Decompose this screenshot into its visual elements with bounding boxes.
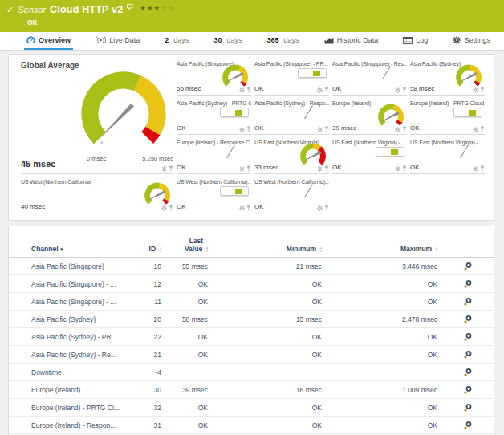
channel-tile[interactable]: Asia Pacific (Singapore)55 msec bbox=[177, 59, 251, 96]
gear-icon[interactable] bbox=[473, 166, 478, 172]
tab-30-days[interactable]: 30days bbox=[211, 32, 244, 50]
gear-icon[interactable] bbox=[317, 166, 323, 172]
gear-icon[interactable] bbox=[395, 166, 400, 172]
cell-minimum: OK bbox=[208, 298, 322, 306]
pin-icon[interactable] bbox=[402, 126, 407, 132]
column-header-id[interactable]: ID ▴▾ bbox=[137, 245, 161, 253]
gear-icon[interactable] bbox=[239, 127, 245, 132]
lookup-state-bar bbox=[298, 68, 327, 78]
edit-channel-icon[interactable] bbox=[463, 388, 473, 396]
column-header-last[interactable]: LastValue ▴▾ bbox=[161, 237, 208, 253]
edit-channel-icon[interactable] bbox=[463, 353, 473, 361]
gear-icon[interactable] bbox=[239, 87, 245, 93]
channel-tile[interactable]: Europe (Ireland) - Response C...OK bbox=[177, 138, 251, 174]
edit-channel-icon[interactable] bbox=[463, 371, 473, 379]
sort-icon: ▴▾ bbox=[435, 246, 437, 252]
pin-icon[interactable] bbox=[480, 87, 485, 93]
cell-maximum: OK bbox=[322, 421, 437, 429]
gear-icon[interactable] bbox=[317, 87, 323, 93]
gear-icon[interactable] bbox=[161, 166, 167, 172]
tab-365-days[interactable]: 365days bbox=[265, 32, 302, 50]
gear-icon[interactable] bbox=[239, 205, 245, 211]
pin-icon[interactable] bbox=[324, 87, 329, 93]
global-average-tile[interactable]: Global Average × 0 msec 5.250 msec 45 ms… bbox=[21, 59, 173, 174]
edit-channel-icon[interactable] bbox=[463, 300, 473, 308]
edit-channel-icon[interactable] bbox=[463, 424, 473, 432]
gear-icon[interactable] bbox=[317, 127, 323, 132]
edit-channel-icon[interactable] bbox=[463, 406, 473, 414]
pin-icon[interactable] bbox=[246, 205, 251, 211]
cell-channel: Asia Pacific (Singapore) - ... bbox=[31, 298, 137, 306]
edit-channel-icon[interactable] bbox=[463, 265, 473, 273]
cell-last-value: OK bbox=[161, 351, 208, 359]
gear-icon[interactable] bbox=[395, 87, 400, 93]
gear-icon[interactable] bbox=[395, 127, 400, 132]
gear-icon[interactable] bbox=[161, 205, 167, 211]
tab-settings[interactable]: Settings bbox=[450, 32, 493, 50]
pin-icon[interactable] bbox=[480, 165, 485, 172]
cell-channel: Europe (Ireland) - PRTG Cl... bbox=[31, 404, 137, 412]
sensor-header: ✓ Sensor Cloud HTTP v2 ★★★☆☆ OK bbox=[0, 0, 504, 32]
channel-value: 39 msec bbox=[332, 124, 356, 132]
channel-tile[interactable]: Asia Pacific (Sydney)58 msec bbox=[410, 59, 485, 96]
sensor-type-label: Sensor bbox=[18, 5, 46, 14]
pin-icon[interactable] bbox=[246, 87, 251, 93]
channel-tile[interactable]: Europe (Ireland)39 msec bbox=[332, 99, 407, 135]
cell-minimum: OK bbox=[208, 333, 322, 341]
channel-row: Asia Pacific (Sydney) - PR...22OKOKOK bbox=[9, 328, 494, 346]
table-header: Channel ▾ID ▴▾LastValue ▴▾Minimum ▴▾Maxi… bbox=[9, 226, 494, 258]
pin-icon[interactable] bbox=[246, 126, 251, 132]
pin-icon[interactable] bbox=[246, 165, 251, 172]
column-header-min[interactable]: Minimum ▴▾ bbox=[208, 245, 322, 253]
channel-tile[interactable]: US West (Northern California)...OK bbox=[254, 177, 329, 213]
tab-log[interactable]: Log bbox=[400, 32, 430, 50]
channel-needle bbox=[299, 181, 319, 201]
channel-tile[interactable]: Asia Pacific (Sydney) - PRTG G...OK bbox=[177, 99, 251, 135]
pin-icon[interactable] bbox=[324, 126, 329, 132]
channel-tile[interactable]: Asia Pacific (Singapore) - Res...OK bbox=[332, 59, 407, 96]
channel-tile[interactable]: US West (Northern California)40 msec bbox=[21, 177, 173, 213]
tab-2-days[interactable]: 2days bbox=[162, 32, 191, 50]
tab-live-data[interactable]: Live Data bbox=[93, 32, 142, 50]
column-header-channel[interactable]: Channel ▾ bbox=[31, 245, 137, 253]
channel-label: US East (Northern Virginia) - ... bbox=[332, 138, 407, 146]
cell-maximum: 1.009 msec bbox=[322, 386, 437, 394]
cell-channel: Asia Pacific (Singapore) bbox=[31, 262, 137, 270]
lookup-state-bar bbox=[220, 108, 249, 117]
channel-tile[interactable]: US West (Northern California)...OK bbox=[177, 177, 251, 213]
pin-icon[interactable] bbox=[402, 165, 407, 172]
channel-tile[interactable]: US East (Northern Virginia)33 msec bbox=[254, 138, 329, 174]
pin-icon[interactable] bbox=[480, 126, 485, 132]
global-average-gauge: × bbox=[79, 71, 169, 148]
tab-overview[interactable]: Overview bbox=[24, 32, 73, 50]
edit-channel-icon[interactable] bbox=[463, 283, 473, 291]
channel-tile[interactable]: US East (Northern Virginia) - ...OK bbox=[332, 138, 407, 174]
gauge-scale-max: 5.250 msec bbox=[142, 155, 173, 162]
pin-icon[interactable] bbox=[324, 205, 329, 211]
pin-icon[interactable] bbox=[169, 165, 173, 172]
gear-icon[interactable] bbox=[239, 166, 245, 172]
priority-stars[interactable]: ★★★☆☆ bbox=[140, 4, 174, 12]
pin-icon[interactable] bbox=[324, 165, 329, 172]
gear-icon[interactable] bbox=[317, 205, 323, 211]
channel-tile[interactable]: Asia Pacific (Sydney) - Respo...OK bbox=[254, 99, 329, 135]
column-header-max[interactable]: Maximum ▴▾ bbox=[322, 245, 437, 253]
edit-channel-icon[interactable] bbox=[463, 318, 473, 326]
sort-desc-icon: ▾ bbox=[60, 246, 63, 253]
tab-historic-data[interactable]: Historic Data bbox=[322, 32, 381, 50]
edit-channel-icon[interactable] bbox=[463, 335, 473, 344]
channel-tile[interactable]: Europe (Ireland) - PRTG Cloud...OK bbox=[410, 99, 485, 135]
cell-last-value: OK bbox=[161, 421, 208, 429]
channel-tile[interactable]: US East (Northern Virginia) - ...OK bbox=[410, 138, 485, 174]
cell-id: 10 bbox=[137, 262, 161, 270]
tab-label: days bbox=[226, 36, 242, 44]
channel-needle bbox=[455, 142, 474, 161]
gear-icon[interactable] bbox=[473, 87, 478, 93]
pin-icon[interactable] bbox=[169, 205, 173, 211]
pin-icon[interactable] bbox=[402, 87, 407, 93]
channel-value: OK bbox=[177, 203, 186, 210]
gear-icon[interactable] bbox=[473, 127, 478, 132]
channel-tile[interactable]: Asia Pacific (Singapore) - PR...OK bbox=[254, 59, 329, 96]
channel-value: OK bbox=[410, 164, 420, 171]
lookup-state-bar bbox=[453, 108, 482, 117]
